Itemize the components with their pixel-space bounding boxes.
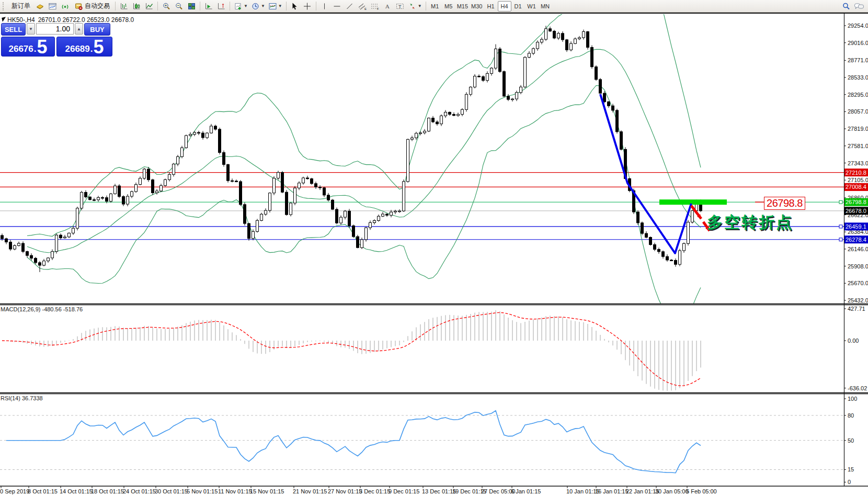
svg-text:5 Nov 01:15: 5 Nov 01:15 — [187, 488, 218, 494]
auto-scroll-button[interactable] — [202, 1, 215, 12]
timeframe-button-d1[interactable]: D1 — [511, 1, 525, 12]
timeframe-group: M1M5M15M30H1H4D1W1MN — [428, 1, 552, 12]
sell-price-frac: 5 — [37, 39, 47, 55]
svg-text:18 Oct 01:15: 18 Oct 01:15 — [91, 488, 124, 494]
svg-text:26798.8: 26798.8 — [846, 199, 866, 205]
text-label-button[interactable]: T — [394, 1, 406, 12]
search-button[interactable] — [840, 1, 852, 12]
fibonacci-button[interactable]: F — [369, 1, 381, 12]
time-axis[interactable]: 0 Sep 20198 Oct 01:1514 Oct 01:1518 Oct … — [0, 486, 717, 494]
chevron-down-icon: ▼ — [244, 4, 248, 8]
rsi-line — [6, 411, 701, 473]
cursor-button[interactable] — [289, 1, 301, 12]
svg-text:25670.0: 25670.0 — [848, 280, 868, 286]
window-border — [0, 13, 868, 14]
crosshair-button[interactable] — [301, 1, 314, 12]
sell-button[interactable]: SELL — [1, 23, 26, 36]
price-callout-label[interactable]: 26798.8 — [764, 197, 805, 210]
bar-chart-icon — [120, 2, 129, 10]
cursor-icon — [290, 2, 299, 10]
line-chart-button[interactable] — [143, 1, 155, 12]
candles — [1, 26, 702, 272]
horizontal-line-icon — [333, 2, 341, 10]
bollinger-bands — [27, 0, 701, 321]
svg-text:15: 15 — [848, 466, 854, 473]
chart-shift-button[interactable] — [215, 1, 227, 12]
timeframe-button-mn[interactable]: MN — [539, 1, 552, 12]
templates-dropdown[interactable]: ▼ — [267, 1, 284, 12]
svg-text:9 Dec 01:15: 9 Dec 01:15 — [389, 488, 419, 494]
svg-text:3 Dec 01:15: 3 Dec 01:15 — [359, 488, 390, 494]
sell-price-display[interactable]: 26676 . 5 — [1, 37, 55, 57]
svg-text:16 Jan 01:15: 16 Jan 01:15 — [595, 488, 629, 494]
chart-symbol-period: HK50-,H4 — [7, 16, 35, 24]
macd-signal-line — [2, 312, 701, 386]
svg-text:25432.0: 25432.0 — [848, 297, 868, 303]
timeframe-button-h4[interactable]: H4 — [498, 1, 511, 12]
vertical-line-button[interactable] — [318, 1, 331, 12]
trendline-button[interactable] — [344, 1, 356, 12]
autotrading-button[interactable]: 自动交易 — [71, 1, 113, 12]
volume-input[interactable]: 1.00 — [36, 23, 74, 35]
signals-button[interactable] — [59, 1, 71, 12]
market-watch-button[interactable] — [33, 1, 46, 12]
svg-text:27 Nov 01:15: 27 Nov 01:15 — [328, 488, 362, 494]
bar-chart-button[interactable] — [118, 1, 130, 12]
svg-text:80: 80 — [848, 412, 854, 419]
buy-price-display[interactable]: 26689 . 5 — [56, 37, 112, 57]
tile-windows-icon — [187, 2, 196, 10]
chart-title: HK50-,H426701.0 26722.0 26523.0 26678.0 — [7, 16, 134, 24]
timeframe-button-m30[interactable]: M30 — [470, 1, 484, 12]
timeframe-button-m5[interactable]: M5 — [442, 1, 455, 12]
chat-button[interactable] — [852, 1, 866, 12]
svg-text:6 Jan 01:15: 6 Jan 01:15 — [511, 488, 541, 494]
turning-point-annotation[interactable]: 多空转折点 — [707, 212, 793, 233]
line-handle[interactable] — [839, 238, 842, 241]
toolbar-grip[interactable] — [3, 2, 6, 10]
line-handle[interactable] — [839, 225, 842, 228]
profiles-button[interactable] — [46, 1, 59, 12]
text-label-icon: T — [395, 2, 405, 10]
svg-text:F: F — [377, 7, 379, 10]
svg-text:28057.0: 28057.0 — [848, 108, 868, 115]
svg-text:100: 100 — [848, 396, 857, 402]
candlestick-button[interactable] — [130, 1, 143, 12]
chart-ohlc: 26701.0 26722.0 26523.0 26678.0 — [38, 16, 134, 24]
arrow-objects-icon — [408, 2, 417, 10]
volume-decrease-button[interactable]: ▼ — [27, 23, 35, 35]
text-button[interactable]: A — [381, 1, 394, 12]
equidistant-channel-icon: E — [358, 2, 367, 10]
svg-text:0.00: 0.00 — [848, 338, 859, 344]
periods-dropdown[interactable]: ▼ — [249, 1, 267, 12]
svg-text:27105.0: 27105.0 — [848, 177, 868, 183]
svg-text:27210.8: 27210.8 — [846, 170, 866, 176]
svg-text:27343.0: 27343.0 — [848, 160, 868, 166]
chart-canvas[interactable]: 29254.029016.028771.028533.028295.028057… — [0, 0, 868, 495]
buy-button[interactable]: BUY — [84, 23, 110, 36]
zoom-out-button[interactable] — [173, 1, 185, 12]
line-handle[interactable] — [839, 200, 842, 204]
svg-text:11 Nov 01:15: 11 Nov 01:15 — [218, 488, 252, 494]
one-click-trade-panel: SELL ▼ 1.00 ▲ BUY 26676 . 5 26689 . 5 — [1, 23, 114, 57]
channel-button[interactable]: E — [356, 1, 369, 12]
new-chart-dropdown[interactable]: ▼ — [232, 1, 249, 12]
chevron-down-icon: ▼ — [278, 4, 282, 8]
timeframe-button-h1[interactable]: H1 — [484, 1, 498, 12]
timeframe-button-w1[interactable]: W1 — [525, 1, 539, 12]
price-axis[interactable]: 29254.029016.028771.028533.028295.028057… — [844, 22, 868, 303]
tile-windows-button[interactable] — [185, 1, 198, 12]
search-icon — [842, 2, 851, 10]
autotrading-label: 自动交易 — [85, 2, 110, 10]
svg-text:14 Oct 01:15: 14 Oct 01:15 — [60, 488, 93, 494]
new-order-button[interactable]: 新订单 — [8, 1, 33, 12]
zoom-in-button[interactable] — [160, 1, 173, 12]
timeframe-button-m15[interactable]: M15 — [455, 1, 470, 12]
toolbar: 新订单 自动交易 ▼ ▼ — [0, 0, 868, 13]
zoom-out-icon — [175, 2, 184, 10]
svg-text:28771.0: 28771.0 — [848, 57, 868, 63]
volume-increase-button[interactable]: ▲ — [75, 23, 83, 35]
collapse-arrow-icon[interactable] — [2, 17, 6, 21]
horizontal-line-button[interactable] — [331, 1, 344, 12]
timeframe-button-m1[interactable]: M1 — [428, 1, 442, 12]
arrows-dropdown[interactable]: ▼ — [406, 1, 424, 12]
